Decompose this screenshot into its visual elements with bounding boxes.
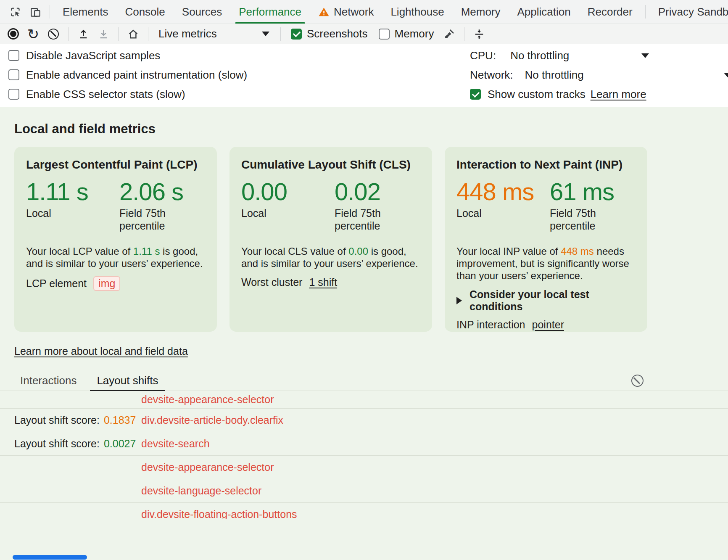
score-cell: Layout shift score: 0.1837 [0,414,141,426]
element-node-link[interactable]: devsite-search [141,438,210,449]
worst-cluster-link[interactable]: 1 shift [309,276,337,288]
element-node-link[interactable]: div.devsite-floating-action-buttons [141,508,297,519]
lcp-card: Largest Contentful Paint (LCP) 1.11 s Lo… [14,147,217,332]
table-row: Layout shift score: 0.1837 div.devsite-a… [0,409,728,432]
inp-local-label: Local [456,207,550,219]
tab-layout-shifts[interactable]: Layout shifts [90,371,165,391]
inspect-element-button[interactable] [5,3,25,21]
inp-description: Your local INP value of 448 ms needs imp… [456,245,636,282]
tab-label: Performance [239,5,301,18]
worst-cluster-row: Worst cluster 1 shift [241,276,420,288]
reload-and-record-button[interactable]: ↻ [24,26,43,42]
logs-subtabs: Interactions Layout shifts [0,371,728,391]
tab-label: Layout shifts [97,374,158,387]
active-tab-underline [235,22,305,24]
tab-privacy-sandbox[interactable]: Privacy Sandbox [650,0,728,24]
lcp-field-value: 2.06 s [119,179,203,204]
table-row: div.devsite-floating-action-buttons [0,503,728,519]
toolbar-divider [50,5,50,18]
tab-application[interactable]: Application [509,0,579,24]
tab-interactions[interactable]: Interactions [13,371,83,391]
tab-lighthouse[interactable]: Lighthouse [382,0,452,24]
lcp-element-row: LCP element img [26,276,205,291]
cls-field-label: Field 75th percentile [335,207,419,232]
table-row: devsite-language-selector [0,479,728,503]
collapse-tracks-button[interactable] [470,26,489,42]
element-node-link[interactable]: devsite-appearance-selector [141,394,274,405]
memory-label: Memory [395,27,434,40]
worst-cluster-label: Worst cluster [241,276,302,288]
clear-button[interactable] [44,26,63,42]
desc-value: 1.11 s [133,246,160,257]
lcp-element-label: LCP element [26,277,87,290]
learn-more-field-data-link[interactable]: Learn more about local and field data [14,345,188,357]
throttling-settings: CPU: No throttling Network: No throttlin… [470,46,728,104]
desc-text: Your local INP value of [456,246,561,257]
tab-label: Sources [182,5,222,18]
custom-tracks-label: Show custom tracks [488,88,586,101]
expander-label: Consider your local test conditions [470,288,636,313]
tab-elements[interactable]: Elements [54,0,116,24]
home-button[interactable] [124,26,143,42]
cpu-throttling-select[interactable]: No throttling [510,49,569,62]
network-throttling-select[interactable]: No throttling [525,69,584,82]
screenshots-checkbox[interactable]: Screenshots [286,27,373,40]
tab-performance[interactable]: Performance [230,0,310,24]
toolbar-divider [280,27,281,41]
cls-local-value: 0.00 [241,179,335,204]
inp-local-metric: 448 ms Local [456,179,550,232]
chevron-down-icon[interactable] [641,53,649,58]
score-label: Layout shift score: [14,438,100,450]
inspect-cursor-icon [10,6,21,18]
inp-card: Interaction to Next Paint (INP) 448 ms L… [445,147,647,332]
cpu-label: CPU: [470,49,496,62]
desc-text: Your local CLS value of [241,246,348,257]
home-icon [127,28,139,40]
lcp-description: Your local LCP value of 1.11 s is good, … [26,245,205,269]
score-value: 0.1837 [104,414,136,426]
screenshots-label: Screenshots [307,27,368,40]
checkbox-unchecked-icon [8,50,19,61]
card-divider [456,239,636,239]
record-button[interactable] [3,26,23,42]
score-value: 0.0027 [104,438,136,450]
inp-interaction-link[interactable]: pointer [532,319,564,331]
capture-settings-section: Disable JavaScript samples Enable advanc… [0,44,728,107]
performance-toolbar: ↻ Live metrics Screenshots [0,24,728,44]
horizontal-scrollbar-thumb[interactable] [13,555,87,560]
score-label: Layout shift score: [14,414,100,426]
custom-tracks-learn-more-link[interactable]: Learn more [591,88,646,101]
clear-log-button[interactable] [629,372,646,389]
download-icon [98,28,109,40]
reload-icon: ↻ [27,28,40,40]
toolbar-divider [68,27,69,41]
element-cell: devsite-language-selector [141,485,261,497]
load-profile-button[interactable] [74,26,93,42]
element-node-link[interactable]: div.devsite-article-body.clearfix [141,414,283,426]
tab-label: Privacy Sandbox [658,5,728,18]
collect-garbage-button[interactable] [440,26,459,42]
devtools-tab-bar: Elements Console Sources Performance Net… [0,0,728,24]
lcp-element-node-link[interactable]: img [93,276,120,291]
element-cell: devsite-appearance-selector [141,461,274,473]
network-throttling-row: Network: No throttling [470,65,728,85]
tab-recorder[interactable]: Recorder [579,0,641,24]
element-node-link[interactable]: devsite-language-selector [141,485,261,497]
chevron-down-icon[interactable] [724,73,728,77]
memory-checkbox[interactable]: Memory [374,27,439,40]
tab-memory[interactable]: Memory [453,0,509,24]
save-profile-button[interactable] [94,26,113,42]
element-node-link[interactable]: devsite-appearance-selector [141,461,274,473]
cls-card: Cumulative Layout Shift (CLS) 0.00 Local… [229,147,432,332]
device-toolbar-button[interactable] [25,3,45,21]
tab-network[interactable]: Network [310,0,382,24]
tab-sources[interactable]: Sources [174,0,230,24]
local-test-conditions-expander[interactable]: Consider your local test conditions [456,288,636,313]
checkbox-checked-icon[interactable] [470,89,481,100]
tab-console[interactable]: Console [116,0,173,24]
live-metrics-select[interactable]: Live metrics [153,26,275,42]
network-label: Network: [470,69,513,82]
garbage-collect-icon [443,28,455,40]
inp-field-metric: 61 ms Field 75th percentile [550,179,634,232]
cls-values: 0.00 Local 0.02 Field 75th percentile [241,179,420,232]
